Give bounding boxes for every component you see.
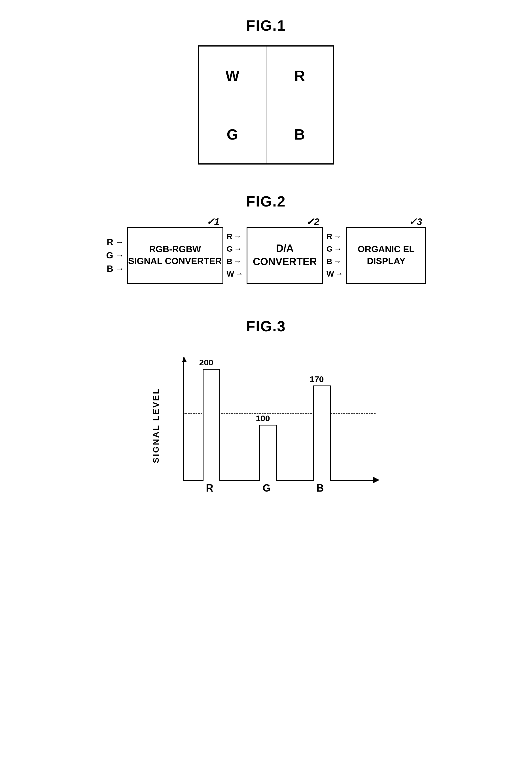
input-r: R → xyxy=(107,237,124,247)
block3-ref: ✓3 xyxy=(409,216,422,227)
conn2-g: G → xyxy=(327,245,342,254)
y-axis-arrow-icon: ▲ xyxy=(180,355,189,364)
input-g: G → xyxy=(106,250,124,261)
bar-b-label: B xyxy=(317,482,324,494)
block2: ✓2 D/ACONVERTER xyxy=(247,227,323,284)
fig2-title: FIG.2 xyxy=(246,193,286,210)
fig3-section: FIG.3 SIGNAL LEVEL ▲ ▶ xyxy=(34,318,498,496)
chart-area: ▲ ▶ 200 R 100 G xyxy=(166,355,381,496)
input-r-label: R xyxy=(107,237,113,247)
fig1-title: FIG.1 xyxy=(246,17,286,34)
block1-label: RGB-RGBWSIGNAL CONVERTER xyxy=(128,244,222,267)
page: FIG.1 W R G B FIG.2 R → xyxy=(0,0,532,769)
block-diagram: R → G → B → ✓1 RGB-RGBWSIGNAL CONVERTER xyxy=(106,227,426,284)
bar-g-value: 100 xyxy=(256,414,270,423)
y-axis xyxy=(183,357,184,481)
bar-g-label: G xyxy=(263,482,271,494)
input-b: B → xyxy=(107,264,124,274)
bar-g xyxy=(259,425,277,481)
conn2-w: W → xyxy=(327,270,343,279)
input-b-arrow: → xyxy=(115,264,124,274)
bar-r xyxy=(203,369,220,481)
fig2-section: FIG.2 R → G → B → ✓1 RGB-RG xyxy=(34,193,498,284)
x-axis-arrow-icon: ▶ xyxy=(373,474,380,484)
y-axis-label: SIGNAL LEVEL xyxy=(151,388,161,463)
input-g-label: G xyxy=(106,250,113,261)
fig3-title: FIG.3 xyxy=(246,318,286,335)
block3: ✓3 ORGANIC ELDISPLAY xyxy=(346,227,426,284)
bar-b-value: 170 xyxy=(310,374,324,384)
pixel-cell-w: W xyxy=(199,46,266,105)
bar-r-value: 200 xyxy=(199,358,213,367)
input-r-arrow: → xyxy=(115,237,124,247)
input-signals: R → G → B → xyxy=(106,237,124,274)
connector1: R → G → B → W → xyxy=(227,232,243,279)
block2-label: D/ACONVERTER xyxy=(253,242,317,269)
pixel-cell-r: R xyxy=(266,46,333,105)
input-g-arrow: → xyxy=(115,250,124,261)
conn1-r: R → xyxy=(227,232,241,241)
block1: ✓1 RGB-RGBWSIGNAL CONVERTER xyxy=(127,227,223,284)
pixel-cell-b: B xyxy=(266,105,333,164)
conn2-r: R → xyxy=(327,232,341,241)
bar-b xyxy=(313,385,331,481)
pixel-cell-g: G xyxy=(199,105,266,164)
block2-ref: ✓2 xyxy=(306,216,319,227)
block1-ref: ✓1 xyxy=(206,216,220,227)
block3-label: ORGANIC ELDISPLAY xyxy=(358,244,415,267)
bar-r-label: R xyxy=(206,482,213,494)
fig1-section: FIG.1 W R G B xyxy=(34,17,498,164)
conn1-g: G → xyxy=(227,245,242,254)
input-b-label: B xyxy=(107,264,113,274)
connector2: R → G → B → W → xyxy=(327,232,343,279)
pixel-grid: W R G B xyxy=(198,45,334,164)
conn2-b: B → xyxy=(327,257,341,266)
conn1-w: W → xyxy=(227,270,243,279)
conn1-b: B → xyxy=(227,257,241,266)
